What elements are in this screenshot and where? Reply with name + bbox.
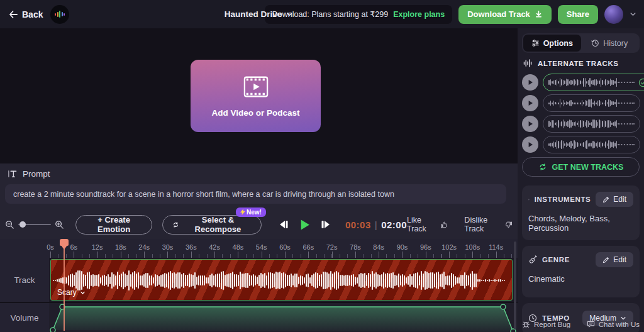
beatoven-logo bbox=[50, 5, 69, 24]
track-waveform-pill[interactable] bbox=[543, 115, 640, 133]
skip-back-icon[interactable] bbox=[278, 219, 289, 230]
alternate-track-row bbox=[522, 115, 640, 133]
instruments-value: Chords, Melody, Bass, Percussion bbox=[528, 214, 633, 233]
text-icon bbox=[8, 169, 17, 179]
zoom-slider-knob[interactable] bbox=[19, 221, 26, 228]
play-track-button[interactable] bbox=[522, 95, 538, 111]
volume-handle[interactable] bbox=[501, 304, 506, 309]
add-video-label: Add Video or Podcast bbox=[211, 108, 299, 118]
piano-icon bbox=[528, 196, 530, 204]
chat-icon bbox=[587, 320, 595, 328]
new-feature-badge: New! bbox=[236, 208, 266, 217]
tab-history-label: History bbox=[603, 39, 628, 48]
play-icon[interactable] bbox=[299, 219, 311, 231]
alternate-track-row bbox=[522, 94, 640, 112]
track-waveform-pill[interactable] bbox=[543, 94, 640, 112]
ruler-label: 18s bbox=[115, 243, 126, 251]
play-track-button[interactable] bbox=[522, 74, 538, 91]
create-emotion-label: + Create Emotion bbox=[86, 215, 142, 234]
prompt-input[interactable] bbox=[5, 184, 506, 204]
thumbs-down-icon bbox=[505, 220, 513, 230]
project-title-dropdown[interactable]: Haunted Drive bbox=[225, 9, 293, 19]
play-track-button[interactable] bbox=[522, 136, 538, 153]
report-bug-button[interactable]: Report Bug bbox=[522, 320, 570, 328]
download-track-button[interactable]: Download Track bbox=[458, 5, 552, 24]
dislike-track-label: Dislike Track bbox=[464, 216, 500, 233]
play-track-button[interactable] bbox=[522, 116, 538, 132]
skip-forward-icon[interactable] bbox=[320, 219, 331, 230]
like-track-button[interactable]: Like Track bbox=[407, 216, 448, 233]
zoom-out-icon[interactable] bbox=[5, 220, 14, 230]
plans-promo-banner: Download: Plans starting at ₹299 Explore… bbox=[265, 5, 452, 24]
prompt-panel: Prompt + Create Emotion Select & Recompo… bbox=[0, 163, 518, 239]
waveform-icon bbox=[523, 59, 533, 67]
zoom-slider[interactable] bbox=[18, 224, 51, 225]
ruler-label: 114s bbox=[489, 243, 503, 251]
transport-controls bbox=[278, 219, 331, 231]
timeline-lanes: Track Scary Volume bbox=[0, 258, 518, 332]
explore-plans-link[interactable]: Explore plans bbox=[393, 10, 445, 19]
like-track-label: Like Track bbox=[407, 216, 435, 233]
timeline: 0s6s12s18s24s30s36s42s48s54s60s66s72s78s… bbox=[0, 239, 518, 332]
ruler-label: 12s bbox=[92, 243, 103, 251]
share-label: Share bbox=[567, 9, 589, 19]
ruler-label: 66s bbox=[303, 243, 314, 251]
back-arrow-icon bbox=[8, 9, 18, 19]
tab-options[interactable]: Options bbox=[523, 35, 581, 52]
thumbs-up-icon bbox=[440, 220, 448, 230]
edit-genre-button[interactable]: Edit bbox=[596, 252, 633, 267]
track-lane: Track Scary bbox=[0, 258, 518, 302]
timeline-scrollbar[interactable] bbox=[514, 241, 516, 329]
volume-envelope[interactable] bbox=[0, 303, 518, 332]
prompt-label: Prompt bbox=[23, 169, 50, 179]
add-video-or-podcast-card[interactable]: Add Video or Podcast bbox=[191, 60, 321, 132]
download-track-label: Download Track bbox=[467, 9, 530, 19]
track-waveform-pill-selected[interactable] bbox=[543, 74, 644, 91]
alternate-track-row bbox=[522, 136, 640, 153]
edit-label: Edit bbox=[613, 195, 626, 204]
user-avatar[interactable] bbox=[604, 5, 623, 24]
track-waveform-pill[interactable] bbox=[543, 136, 640, 153]
top-bar: Back Haunted Drive Download: Plans start… bbox=[0, 0, 644, 28]
account-chevron-down-icon[interactable] bbox=[630, 11, 636, 18]
main-area: Add Video or Podcast Prompt + Create Emo… bbox=[0, 28, 518, 332]
play-icon bbox=[527, 121, 533, 127]
chat-with-us-button[interactable]: Chat with Us bbox=[587, 320, 640, 328]
timeline-ruler[interactable]: 0s6s12s18s24s30s36s42s48s54s60s66s72s78s… bbox=[0, 239, 518, 258]
refresh-icon bbox=[538, 163, 547, 171]
back-label: Back bbox=[22, 9, 43, 19]
new-badge-label: New! bbox=[247, 209, 262, 216]
track-waveform bbox=[548, 140, 635, 150]
right-sidebar: Options History ALTERNATE TRACKS bbox=[518, 28, 644, 332]
play-icon bbox=[527, 141, 533, 148]
project-title: Haunted Drive bbox=[225, 9, 282, 19]
zoom-in-icon[interactable] bbox=[55, 220, 64, 230]
select-recompose-button[interactable]: Select & Recompose New! bbox=[162, 215, 262, 235]
clip-waveform bbox=[53, 267, 511, 294]
track-waveform bbox=[548, 98, 635, 108]
volume-handle[interactable] bbox=[60, 304, 65, 309]
ruler-label: 54s bbox=[256, 243, 267, 251]
dislike-track-button[interactable]: Dislike Track bbox=[464, 216, 513, 233]
alternate-tracks-title: ALTERNATE TRACKS bbox=[538, 60, 619, 67]
lightning-icon bbox=[240, 209, 245, 215]
tab-history[interactable]: History bbox=[581, 35, 639, 52]
share-button[interactable]: Share bbox=[558, 5, 598, 24]
get-new-tracks-button[interactable]: GET NEW TRACKS bbox=[522, 157, 640, 177]
audio-clip[interactable]: Scary bbox=[50, 259, 513, 301]
clip-emotion-dropdown[interactable]: Scary bbox=[57, 288, 86, 297]
bug-icon bbox=[522, 320, 530, 328]
volume-handle[interactable] bbox=[50, 328, 55, 332]
timecode: 00:03 | 02:00 bbox=[345, 219, 407, 230]
back-button[interactable]: Back bbox=[8, 9, 43, 19]
play-icon bbox=[527, 100, 533, 106]
report-bug-label: Report Bug bbox=[534, 321, 570, 328]
ruler-label: 60s bbox=[279, 243, 291, 251]
playback-toolbar: + Create Emotion Select & Recompose New! bbox=[5, 213, 513, 236]
create-emotion-button[interactable]: + Create Emotion bbox=[75, 215, 152, 235]
sidebar-footer: Report Bug Chat with Us bbox=[522, 320, 640, 328]
selected-check-icon bbox=[638, 78, 644, 87]
edit-instruments-button[interactable]: Edit bbox=[596, 192, 633, 207]
ruler-label: 0s bbox=[47, 243, 54, 251]
track-lane-label: Track bbox=[0, 258, 49, 302]
